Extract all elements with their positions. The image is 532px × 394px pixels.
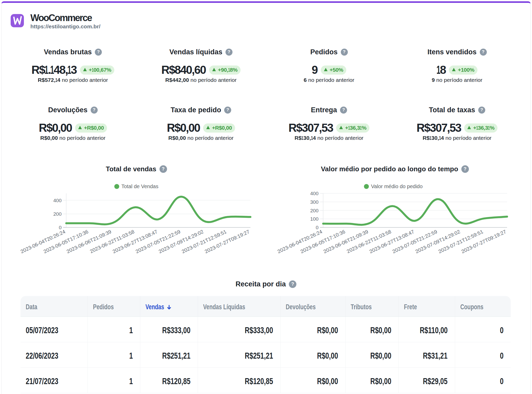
svg-text:200: 200 xyxy=(310,208,318,213)
svg-text:200: 200 xyxy=(53,211,62,217)
svg-text:300: 300 xyxy=(310,199,318,205)
svg-text:100: 100 xyxy=(310,216,318,222)
svg-text:400: 400 xyxy=(310,191,318,196)
svg-text:0: 0 xyxy=(316,225,318,230)
svg-text:0: 0 xyxy=(59,225,62,230)
svg-text:400: 400 xyxy=(53,198,62,203)
